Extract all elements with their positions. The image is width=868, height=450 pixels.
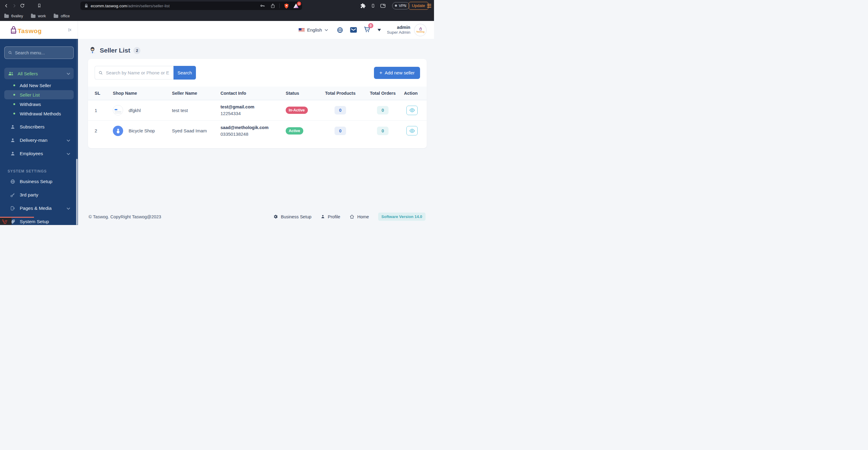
sidebar-item-3rd-party[interactable]: 3rd party bbox=[4, 190, 74, 199]
cell-shop: dfgkhl bbox=[113, 105, 172, 115]
eye-icon bbox=[409, 129, 415, 133]
brand-logo[interactable]: تسوق Taswog bbox=[9, 26, 42, 35]
chevron-down-icon bbox=[66, 151, 70, 157]
products-count: 0 bbox=[335, 106, 346, 114]
contact-email: test@gmail.com bbox=[220, 105, 286, 109]
back-icon[interactable] bbox=[3, 2, 10, 9]
language-selector[interactable]: English bbox=[299, 27, 328, 32]
contact-phone: 12254334 bbox=[220, 111, 286, 116]
folder-icon bbox=[54, 15, 58, 18]
sidebar-item-employees[interactable]: Employees bbox=[4, 149, 74, 158]
url-host: ecomm.taswog.com bbox=[91, 4, 127, 8]
footer-link-business-setup[interactable]: Business Setup bbox=[273, 214, 311, 219]
sidebar-item-pages-media[interactable]: Pages & Media bbox=[4, 204, 74, 213]
col-sl: SL bbox=[95, 91, 113, 96]
bullet-icon bbox=[13, 103, 15, 105]
chevron-down-icon bbox=[66, 71, 70, 76]
extensions-puzzle-icon[interactable] bbox=[360, 2, 366, 9]
cart-icon[interactable]: 0 bbox=[364, 26, 371, 34]
user-avatar[interactable]: Taswog bbox=[414, 24, 427, 36]
view-seller-button[interactable] bbox=[406, 106, 417, 115]
footer-link-profile[interactable]: Profile bbox=[320, 214, 340, 219]
page-title: Seller List bbox=[100, 47, 130, 54]
bullet-icon bbox=[13, 94, 15, 96]
search-icon bbox=[8, 50, 12, 55]
eye-icon bbox=[409, 108, 415, 112]
laravel-icon bbox=[2, 219, 8, 224]
wallet-icon[interactable] bbox=[380, 2, 386, 9]
shop-avatar bbox=[113, 105, 123, 115]
sidebar-item-delivery-man[interactable]: Delivery-man bbox=[4, 136, 74, 145]
footer-link-home[interactable]: Home bbox=[349, 214, 369, 219]
sidebar-item-withdrawal-methods[interactable]: Withdrawal Methods bbox=[4, 109, 74, 118]
cell-status: Active bbox=[286, 127, 319, 135]
reload-icon[interactable] bbox=[19, 2, 26, 9]
laravel-debugbar-toggle[interactable] bbox=[0, 218, 11, 225]
sidebar-item-business-setup[interactable]: Business Setup bbox=[4, 177, 74, 186]
table-row: 2 Bicycle Shop Syed Saad Imam saad@metho… bbox=[88, 120, 427, 141]
add-new-seller-button[interactable]: + Add new seller bbox=[374, 67, 420, 79]
bookmark-folder-work[interactable]: work bbox=[31, 14, 46, 18]
cell-contact: saad@methologik.com 03350138248 bbox=[220, 125, 286, 137]
person-icon bbox=[10, 151, 16, 157]
sidebar-item-system-setup[interactable]: System Setup bbox=[4, 217, 74, 225]
brave-shields-icon[interactable] bbox=[283, 2, 290, 9]
toolbar-divider bbox=[279, 3, 280, 8]
vpn-status-dot bbox=[395, 5, 397, 7]
home-icon bbox=[349, 214, 354, 219]
cell-shop: Bicycle Shop bbox=[113, 126, 172, 136]
extension-badge-icon[interactable]: 1 bbox=[293, 3, 299, 8]
user-dropdown-caret-icon[interactable] bbox=[378, 29, 381, 31]
bookmarks-bar: 6valley work office bbox=[0, 11, 434, 21]
share-icon[interactable] bbox=[269, 2, 276, 9]
key-icon bbox=[10, 192, 16, 198]
address-bar[interactable]: ecomm.taswog.com/admin/sellers/seller-li… bbox=[81, 2, 302, 10]
sidebar-item-seller-list[interactable]: Seller List bbox=[4, 90, 74, 99]
cell-status: In-Active bbox=[286, 107, 319, 114]
folder-icon bbox=[31, 15, 35, 18]
table-search: Search bbox=[95, 66, 196, 80]
sidebar-item-withdraws[interactable]: Withdraws bbox=[4, 100, 74, 109]
mail-icon[interactable] bbox=[350, 27, 357, 33]
seller-list-card: Search + Add new seller SL Shop Name Sel… bbox=[88, 59, 427, 148]
sidebar: تسوق Taswog All Sellers bbox=[0, 21, 78, 225]
globe-icon bbox=[10, 179, 16, 184]
person-icon bbox=[10, 138, 16, 143]
bullet-icon bbox=[13, 84, 15, 86]
browser-menu-icon[interactable] bbox=[427, 4, 431, 8]
view-seller-button[interactable] bbox=[406, 126, 417, 135]
forward-icon[interactable] bbox=[11, 2, 18, 9]
lock-icon bbox=[85, 4, 88, 8]
seller-search-input[interactable] bbox=[106, 70, 170, 75]
globe-icon[interactable] bbox=[337, 27, 343, 33]
software-version-badge: Software Version 14.0 bbox=[378, 213, 426, 221]
browser-chrome: ecomm.taswog.com/admin/sellers/seller-li… bbox=[0, 0, 434, 21]
bookmark-icon[interactable] bbox=[36, 2, 42, 9]
copyright-text: © Taswog. CopyRight Taswog@2023 bbox=[89, 214, 161, 219]
col-contact-info: Contact Info bbox=[220, 91, 286, 96]
bookmark-folder-6valley[interactable]: 6valley bbox=[4, 14, 23, 18]
col-seller-name: Seller Name bbox=[172, 91, 220, 96]
sidebar-search-input[interactable] bbox=[15, 50, 70, 55]
bookmark-folder-office[interactable]: office bbox=[54, 14, 70, 18]
user-role: Super Admin bbox=[387, 30, 410, 35]
cell-sl: 1 bbox=[95, 108, 113, 113]
page-header: Seller List 2 bbox=[89, 47, 427, 54]
sidebar-item-subscribers[interactable]: Subscribers bbox=[4, 122, 74, 132]
search-button[interactable]: Search bbox=[174, 66, 196, 80]
update-button[interactable]: Update bbox=[408, 2, 429, 10]
sidebar-panel-icon[interactable] bbox=[370, 2, 376, 9]
password-key-icon[interactable] bbox=[259, 2, 266, 9]
brand-bag-icon: تسوق bbox=[9, 26, 17, 35]
cell-orders: 0 bbox=[362, 106, 404, 114]
sidebar-scrollbar-thumb[interactable] bbox=[76, 159, 78, 225]
cell-sl: 2 bbox=[95, 128, 113, 133]
search-icon bbox=[99, 71, 103, 75]
sidebar-search[interactable] bbox=[4, 47, 74, 59]
sidebar-item-add-new-seller[interactable]: Add New Seller bbox=[4, 81, 74, 90]
sidebar-collapse-icon[interactable] bbox=[67, 27, 73, 33]
vpn-button[interactable]: VPN bbox=[392, 2, 410, 9]
sidebar-group-all-sellers[interactable]: All Sellers bbox=[4, 68, 74, 79]
url-path: /admin/sellers/seller-list bbox=[127, 4, 169, 8]
main-content: English 0 admin Super Admin Ta bbox=[78, 21, 434, 225]
